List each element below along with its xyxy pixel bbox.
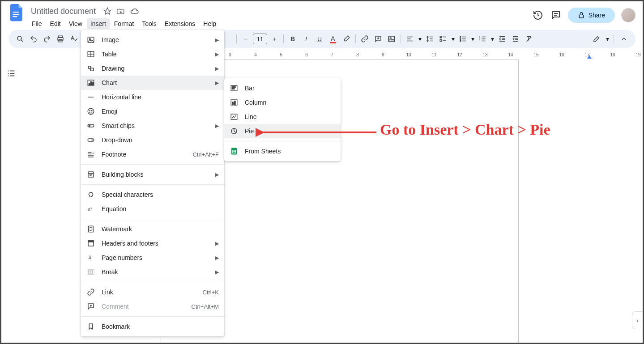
insert-break[interactable]: Break▶ [81,265,224,279]
editing-mode-dropdown[interactable]: ▾ [605,35,610,42]
font-size-increase[interactable]: + [268,33,281,45]
text-color-tool[interactable]: A [327,33,339,45]
print-tool[interactable] [54,33,67,45]
share-button[interactable]: Share [568,8,615,23]
font-size-decrease[interactable]: − [239,33,252,45]
bulleted-list-tool[interactable] [456,33,469,45]
menu-item-label: Smart chips [102,122,209,129]
avatar[interactable] [621,8,635,22]
menu-file[interactable]: File [28,18,46,29]
insert-comment-tool[interactable] [372,33,384,45]
insert-bookmark[interactable]: Bookmark [81,319,224,334]
editing-mode-tool[interactable] [590,33,603,45]
move-icon[interactable] [116,7,125,16]
svg-rect-0 [13,12,19,13]
side-panel-toggle[interactable]: ‹ [632,311,643,329]
highlight-tool[interactable] [340,33,353,45]
bold-tool[interactable]: B [286,33,299,45]
hr-icon [86,93,95,102]
svg-text:π²: π² [88,206,92,212]
insert-horizontal-line[interactable]: Horizontal line [81,90,224,104]
column-icon [230,98,239,107]
table-icon [86,50,95,59]
insert-chart[interactable]: Chart▶ [81,76,224,90]
insert-headers-and-footers[interactable]: Headers and footers▶ [81,236,224,251]
align-dropdown[interactable]: ▾ [417,35,422,42]
insert-special-characters[interactable]: Special characters [81,187,224,202]
insert-table[interactable]: Table▶ [81,47,224,61]
menu-help[interactable]: Help [200,18,220,29]
menu-item-label: Watermark [102,225,219,233]
svg-point-6 [17,36,21,40]
font-size-input[interactable]: 11 [253,34,267,44]
history-icon[interactable] [532,9,544,21]
indent-decrease-tool[interactable] [496,33,508,45]
comments-icon[interactable] [550,9,562,21]
insert-footnote[interactable]: 1FootnoteCtrl+Alt+F [81,147,224,161]
checklist-tool[interactable] [437,33,449,45]
italic-tool[interactable]: I [300,33,312,45]
insert-image[interactable]: Image▶ [81,33,224,47]
svg-rect-23 [440,40,442,42]
link-icon [86,288,95,297]
menu-item-label: Drop-down [102,136,219,144]
menu-format[interactable]: Format [111,18,137,29]
doc-title[interactable]: Untitled document [28,6,98,17]
ruler-tick: 13 [482,52,487,57]
search-tool[interactable] [14,33,26,45]
menu-view[interactable]: View [65,18,86,29]
star-icon[interactable] [103,7,112,16]
menu-item-label: Page numbers [102,254,209,261]
undo-tool[interactable] [27,33,40,45]
chart-from-sheets[interactable]: From Sheets [224,144,341,158]
menu-tools[interactable]: Tools [138,18,160,29]
insert-page-numbers[interactable]: #Page numbers▶ [81,251,224,265]
insert-link[interactable]: LinkCtrl+K [81,285,224,299]
chart-submenu: BarColumnLinePieFrom Sheets [224,78,341,161]
svg-point-64 [90,110,90,111]
chart-pie[interactable]: Pie [224,124,341,138]
submenu-arrow-icon: ▶ [215,172,219,178]
insert-image-tool[interactable] [385,33,398,45]
insert-watermark[interactable]: Watermark [81,222,224,236]
bulleted-dropdown[interactable]: ▾ [470,35,475,42]
insert-drop-down[interactable]: Drop-down [81,133,224,147]
ruler-tick: 4 [254,52,257,57]
spellcheck-tool[interactable] [68,33,80,45]
insert-emoji[interactable]: Emoji [81,104,224,119]
ruler-tick: 7 [331,52,333,57]
align-tool[interactable] [404,33,416,45]
line-spacing-tool[interactable] [423,33,436,45]
numbered-list-tool[interactable]: 12 [476,33,489,45]
menu-insert[interactable]: Insert [87,18,110,29]
submenu-arrow-icon: ▶ [215,37,219,43]
docs-logo[interactable] [9,5,25,21]
redo-tool[interactable] [41,33,53,45]
chart-column[interactable]: Column [224,95,341,110]
svg-rect-96 [235,101,235,105]
clear-format-tool[interactable] [523,33,535,45]
menu-extensions[interactable]: Extensions [161,18,199,29]
insert-smart-chips[interactable]: Smart chips▶ [81,119,224,133]
ruler-tick: 15 [533,52,538,57]
insert-link-tool[interactable] [358,33,371,45]
menu-shortcut: Ctrl+Alt+F [192,151,219,158]
insert-equation[interactable]: π²Equation [81,202,224,216]
insert-drawing[interactable]: Drawing▶ [81,61,224,76]
chart-line[interactable]: Line [224,110,341,124]
numbered-dropdown[interactable]: ▾ [490,35,495,42]
menu-item-label: Link [102,289,196,296]
svg-rect-84 [88,241,94,242]
underline-tool[interactable]: U [313,33,326,45]
outline-toggle-icon[interactable] [6,68,17,79]
cloud-status-icon[interactable] [130,7,139,16]
svg-point-63 [88,108,94,115]
insert-building-blocks[interactable]: Building blocks▶ [81,167,224,182]
menu-edit[interactable]: Edit [47,18,64,29]
collapse-toolbar[interactable] [618,33,630,45]
indent-increase-tool[interactable] [509,33,522,45]
checklist-dropdown[interactable]: ▾ [450,35,456,42]
menu-item-label: Emoji [102,108,219,115]
ruler-tick: 10 [406,52,411,57]
chart-bar[interactable]: Bar [224,81,341,95]
